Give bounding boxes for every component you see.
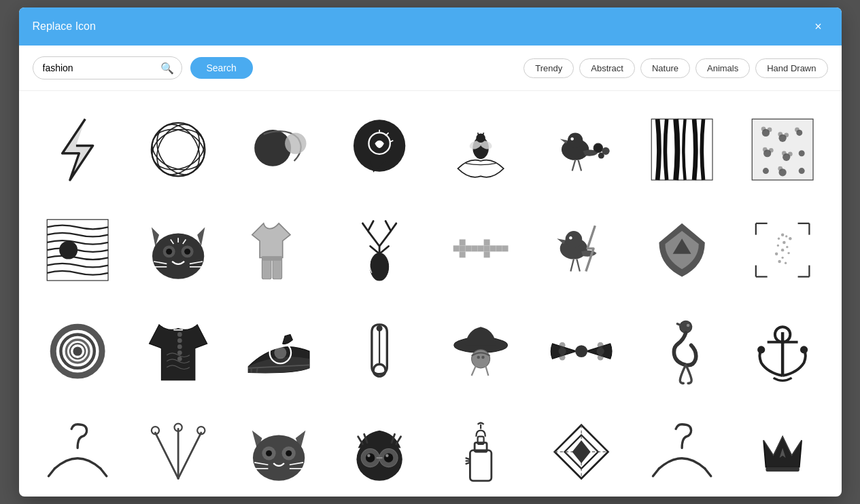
icon-cell-tshirt-shorts[interactable] <box>234 205 324 295</box>
svg-rect-66 <box>483 252 489 258</box>
svg-point-15 <box>570 137 573 140</box>
svg-point-35 <box>782 151 787 156</box>
filter-nature[interactable]: Nature <box>640 58 690 78</box>
svg-point-72 <box>569 236 572 239</box>
svg-line-73 <box>570 259 573 272</box>
icon-cell-wave-pattern[interactable] <box>33 205 122 295</box>
icon-cell-anchor[interactable] <box>738 306 827 396</box>
icon-cell-sneaker[interactable] <box>234 306 324 396</box>
svg-line-116 <box>471 365 476 376</box>
svg-point-121 <box>558 347 566 355</box>
svg-point-3 <box>146 122 209 177</box>
svg-point-18 <box>598 153 604 159</box>
svg-point-28 <box>785 132 789 137</box>
icon-cell-pixel-hearts[interactable] <box>436 205 526 295</box>
icon-cell-owl-glasses[interactable] <box>334 407 424 497</box>
svg-point-126 <box>597 354 603 360</box>
svg-line-171 <box>653 469 659 476</box>
svg-point-25 <box>768 128 772 132</box>
icon-cell-leopard-pattern[interactable] <box>738 105 827 194</box>
icon-cell-bird-lightning[interactable] <box>536 205 626 295</box>
icon-cell-wood-ring[interactable] <box>33 306 122 396</box>
svg-point-106 <box>177 356 182 361</box>
svg-point-157 <box>385 454 388 456</box>
search-input[interactable] <box>33 56 182 79</box>
icon-cell-bee-floral[interactable] <box>436 105 526 194</box>
svg-point-91 <box>781 249 784 251</box>
icon-cell-rose-bubble[interactable] <box>334 105 424 194</box>
icon-cell-planet[interactable] <box>234 105 324 194</box>
svg-rect-53 <box>262 258 271 279</box>
svg-point-27 <box>778 132 783 137</box>
icon-cell-hanger-2[interactable] <box>637 407 727 497</box>
close-button[interactable]: × <box>809 17 828 36</box>
icon-cell-flamingo[interactable] <box>637 306 727 396</box>
modal-toolbar: 🔍 Search Trendy Abstract Nature Animals … <box>19 46 842 91</box>
svg-point-84 <box>781 234 784 236</box>
svg-line-20 <box>578 160 581 171</box>
modal-header: Replace Icon × <box>19 7 842 46</box>
svg-point-2 <box>146 122 209 177</box>
svg-point-86 <box>789 237 791 240</box>
icon-cell-zebra-pattern[interactable] <box>637 105 727 194</box>
svg-line-74 <box>577 259 579 272</box>
svg-rect-54 <box>273 258 281 279</box>
icon-cell-angular-shield[interactable] <box>637 205 727 295</box>
svg-point-40 <box>778 166 783 171</box>
svg-rect-69 <box>502 246 508 252</box>
svg-point-95 <box>778 260 781 263</box>
svg-point-56 <box>371 253 389 281</box>
svg-point-6 <box>285 132 306 154</box>
svg-point-93 <box>775 253 778 255</box>
svg-point-38 <box>763 168 769 174</box>
icon-cell-tiger-face-2[interactable] <box>234 407 324 497</box>
svg-point-85 <box>785 235 787 237</box>
svg-point-155 <box>384 453 393 462</box>
icon-cell-tiger-face[interactable] <box>133 205 223 295</box>
svg-point-88 <box>782 241 785 244</box>
icons-grid <box>33 105 828 497</box>
svg-rect-59 <box>459 246 465 252</box>
svg-rect-63 <box>477 246 483 252</box>
svg-point-113 <box>377 325 383 331</box>
svg-point-122 <box>559 342 565 348</box>
icon-cell-bird-berries[interactable] <box>536 105 626 194</box>
svg-rect-159 <box>470 450 491 481</box>
filter-trendy[interactable]: Trendy <box>523 58 574 78</box>
svg-point-94 <box>782 257 784 259</box>
search-button[interactable]: Search <box>190 57 253 79</box>
svg-point-71 <box>565 231 582 248</box>
svg-line-136 <box>155 433 178 478</box>
filter-animals[interactable]: Animals <box>695 58 750 78</box>
svg-rect-60 <box>459 252 465 258</box>
icon-cell-polo-shirt[interactable] <box>133 306 223 396</box>
filter-tags: Trendy Abstract Nature Animals Hand Draw… <box>523 58 827 78</box>
svg-rect-61 <box>465 246 471 252</box>
svg-rect-67 <box>489 246 496 252</box>
svg-point-47 <box>166 249 172 255</box>
replace-icon-modal: Replace Icon × 🔍 Search Trendy Abstract … <box>19 7 842 497</box>
icon-cell-crown-pattern[interactable] <box>738 407 827 497</box>
svg-marker-170 <box>572 440 590 463</box>
svg-line-19 <box>572 160 574 171</box>
icon-cell-lightning[interactable] <box>33 105 122 194</box>
svg-point-48 <box>184 249 190 255</box>
icon-cell-bow-tie[interactable] <box>536 306 626 396</box>
icon-cell-dotted-frame[interactable] <box>738 205 827 295</box>
icon-cell-perfume-bottle[interactable] <box>436 407 526 497</box>
filter-abstract[interactable]: Abstract <box>579 58 635 78</box>
svg-point-33 <box>769 148 774 153</box>
icon-cell-branches-cross[interactable] <box>133 407 223 497</box>
svg-point-43 <box>59 241 78 259</box>
svg-point-146 <box>286 450 292 456</box>
icon-cell-safety-pin[interactable] <box>334 306 424 396</box>
icon-cell-hand-branches[interactable] <box>334 205 424 295</box>
icon-cell-hat-lady[interactable] <box>436 306 526 396</box>
icon-cell-geometric-circle[interactable] <box>133 105 223 194</box>
filter-hand-drawn[interactable]: Hand Drawn <box>755 58 827 78</box>
icon-cell-hanger-simple[interactable] <box>33 407 122 497</box>
svg-point-30 <box>795 128 799 132</box>
svg-line-135 <box>100 469 106 476</box>
icon-cell-diamond-pattern[interactable] <box>536 407 626 497</box>
svg-point-41 <box>799 168 805 174</box>
